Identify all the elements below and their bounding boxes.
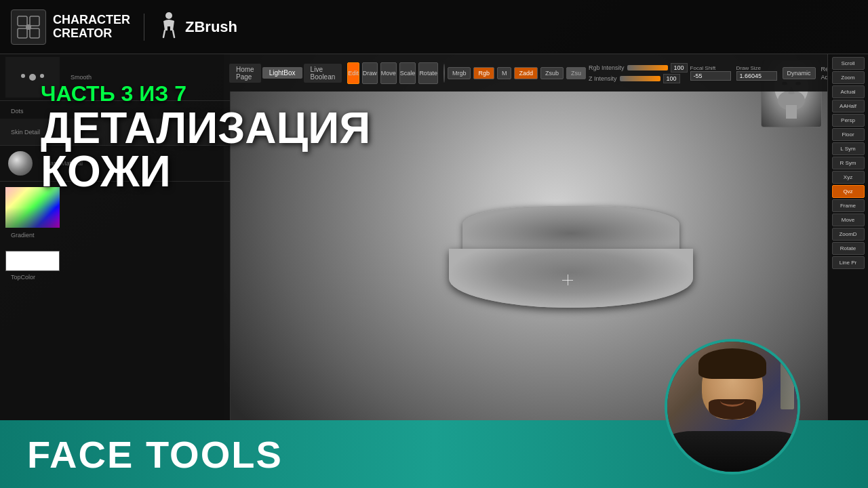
zoom-btn[interactable]: Zoom: [832, 71, 865, 84]
dynamic-button[interactable]: Dynamic: [783, 67, 816, 79]
gradient-label: Gradient: [5, 230, 40, 240]
svg-rect-2: [18, 28, 27, 38]
person-body: [667, 431, 797, 472]
cc-title: CHARACTER CREATOR: [53, 14, 130, 41]
zsub-button[interactable]: Zsub: [540, 67, 564, 79]
actual-btn[interactable]: Actual: [832, 85, 865, 98]
zbrush-text: ZBrush: [185, 18, 237, 36]
rsym-btn[interactable]: R Sym: [832, 157, 865, 169]
mrgb-button[interactable]: Mrgb: [448, 67, 471, 79]
lsym-btn[interactable]: L Sym: [832, 142, 865, 155]
material-sphere-preview: [8, 151, 33, 176]
svg-point-4: [26, 24, 31, 30]
svg-rect-3: [30, 28, 39, 38]
person-smile: [720, 394, 745, 407]
draw-size-group: Draw Size 1.66045: [736, 65, 777, 81]
zbrush-figure-icon: [158, 12, 180, 43]
move-button[interactable]: Move: [380, 62, 397, 84]
top-header: CHARACTER CREATOR ZBrush: [0, 0, 868, 54]
brush-dot-1: [21, 74, 25, 78]
nav-tab-lightbox[interactable]: LightBox: [262, 67, 302, 79]
nav-tabs: Home Page LightBox Live Boolean: [229, 64, 342, 83]
svg-rect-1: [30, 16, 39, 26]
rgb-intensity-value: 100: [671, 63, 688, 73]
zsub-empty[interactable]: Zsu: [566, 67, 586, 79]
rotate-button[interactable]: Rotate: [418, 62, 438, 84]
main-title-line1: ДЕТАЛИЗАЦИЯ: [41, 106, 370, 150]
half-sphere: [443, 64, 445, 83]
aahalf-btn[interactable]: AAHalf: [832, 100, 865, 113]
svg-rect-0: [18, 16, 27, 26]
rgb-intensity-bar[interactable]: [627, 65, 668, 70]
zbrush-logo: ZBrush: [158, 12, 237, 43]
rgb-intensity-label: Rgb Intensity: [589, 64, 625, 71]
focal-shift-label: Focal Shift: [690, 65, 716, 71]
brush-dot-3: [40, 74, 44, 78]
top-color-swatch[interactable]: [5, 251, 60, 271]
header-divider: [144, 14, 144, 41]
banner-text: FACE TOOLS: [27, 432, 283, 476]
brush-dots: [21, 74, 44, 81]
upper-lip: [462, 206, 679, 251]
brush-dot-2: [29, 74, 36, 81]
qvz-btn[interactable]: Qvz: [832, 185, 865, 198]
persp-btn[interactable]: Persp: [832, 114, 865, 127]
bg-bottle: [781, 355, 794, 409]
edit-button[interactable]: Edit: [347, 62, 359, 84]
avatar-circle: [665, 339, 800, 474]
svg-point-5: [165, 12, 172, 19]
lips-area: [435, 206, 707, 336]
zadd-button[interactable]: Zadd: [514, 67, 538, 79]
move-btn-right[interactable]: Move: [832, 214, 865, 226]
main-title-line2: КОЖИ: [41, 150, 370, 193]
rgb-button[interactable]: Rgb: [473, 67, 494, 79]
floor-btn[interactable]: Floor: [832, 128, 865, 141]
scroll-btn[interactable]: Scroll: [832, 57, 865, 70]
rotate-btn-right[interactable]: Rotate: [832, 242, 865, 255]
cursor-crosshair: [562, 274, 573, 285]
skin-detail-label: Skin Detail: [5, 127, 45, 137]
zoomd-btn[interactable]: ZoomD: [832, 228, 865, 241]
russian-text-overlay: ЧАСТЬ 3 ИЗ 7 ДЕТАЛИЗАЦИЯ КОЖИ: [41, 81, 370, 193]
part-label: ЧАСТЬ 3 ИЗ 7: [41, 81, 370, 106]
smooth-label: Smooth: [65, 73, 97, 82]
dots-label: Dots: [5, 106, 29, 116]
person-hair: [698, 348, 766, 379]
nav-tab-home[interactable]: Home Page: [229, 64, 261, 83]
main-title: ДЕТАЛИЗАЦИЯ КОЖИ: [41, 106, 370, 193]
cc-logo-area: CHARACTER CREATOR: [11, 9, 130, 45]
draw-button[interactable]: Draw: [362, 62, 378, 84]
scale-button[interactable]: Scale: [399, 62, 416, 84]
linepr-btn[interactable]: Line Pr: [832, 256, 865, 269]
focal-shift-value[interactable]: -55: [690, 71, 731, 81]
focal-shift-group: Focal Shift -55: [690, 65, 731, 81]
xyz-btn[interactable]: Xyz: [832, 171, 865, 184]
nav-tab-livebool[interactable]: Live Boolean: [304, 64, 342, 83]
z-intensity-value: 100: [663, 74, 680, 83]
m-button[interactable]: M: [497, 67, 512, 79]
avatar-background: [667, 342, 797, 472]
cc-logo-icon: [11, 9, 46, 45]
z-intensity-label: Z Intensity: [589, 75, 617, 82]
draw-size-label: Draw Size: [736, 65, 761, 71]
top-color-container[interactable]: TopColor: [0, 245, 230, 287]
top-color-label: TopColor: [5, 272, 224, 282]
frame-btn[interactable]: Frame: [832, 199, 865, 212]
z-intensity-bar[interactable]: [620, 76, 660, 81]
svg-rect-10: [786, 105, 797, 119]
draw-size-value[interactable]: 1.66045: [736, 71, 777, 81]
